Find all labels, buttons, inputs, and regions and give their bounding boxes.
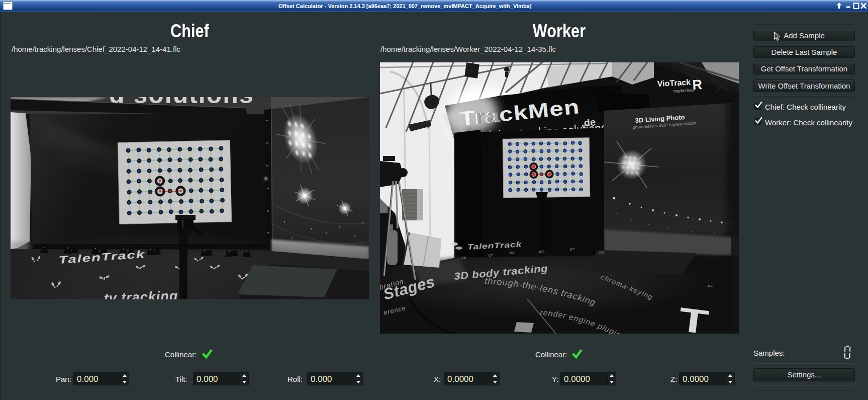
svg-text:VioTrack: VioTrack xyxy=(657,78,691,88)
svg-text:c≡: c≡ xyxy=(570,247,575,252)
svg-text:T: T xyxy=(677,300,710,334)
svg-text:c≡: c≡ xyxy=(489,253,494,258)
svg-text:c≡: c≡ xyxy=(708,283,713,288)
svg-text:c≡: c≡ xyxy=(510,250,515,255)
svg-text:c≡: c≡ xyxy=(539,249,544,254)
svg-text:c≡: c≡ xyxy=(461,255,466,260)
svg-text:c≡: c≡ xyxy=(599,250,604,255)
svg-text:ra: ra xyxy=(474,104,502,129)
